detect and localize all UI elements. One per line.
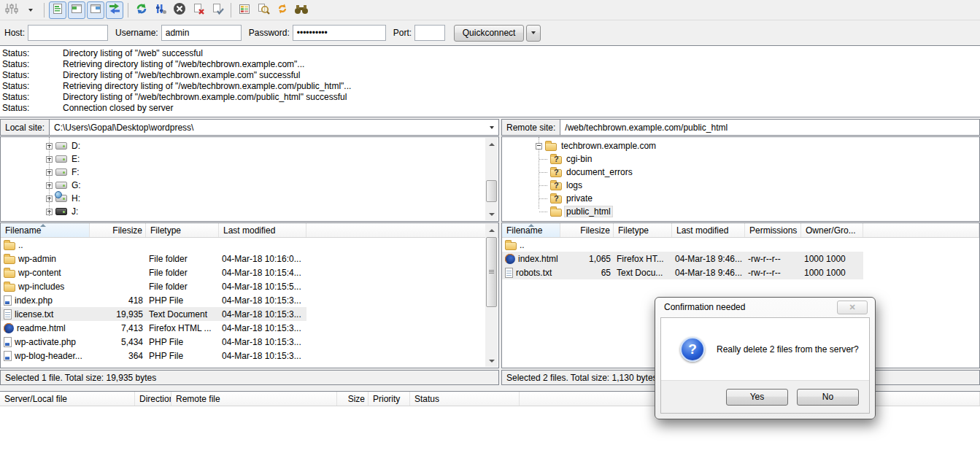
password-label: Password: xyxy=(249,28,290,38)
tree-connector xyxy=(539,172,547,173)
column-header-owner-group[interactable]: Owner/Gro... xyxy=(801,223,863,237)
tree-connector xyxy=(539,212,547,212)
synchronized-browsing-button[interactable] xyxy=(274,1,291,19)
scroll-up-arrow[interactable] xyxy=(485,224,498,236)
cancel-operation-button[interactable] xyxy=(171,1,188,19)
toggle-message-log-button[interactable] xyxy=(49,1,66,19)
folder-icon xyxy=(505,242,517,250)
column-header-remote-file[interactable]: Remote file xyxy=(171,392,337,406)
thumb-grip xyxy=(489,270,494,274)
directory-comparison-button[interactable] xyxy=(255,1,272,19)
tree-item-logs[interactable]: logs xyxy=(502,179,979,192)
chevron-down-icon xyxy=(28,9,33,12)
column-header-filename[interactable]: Filename xyxy=(1,223,90,237)
column-header-filename[interactable]: Filename xyxy=(502,223,560,237)
scrollbar-thumb[interactable] xyxy=(486,237,497,307)
toggle-local-tree-button[interactable] xyxy=(68,1,85,19)
remote-site-bar: Remote site: /web/techbrown.example.com/… xyxy=(501,119,980,136)
port-input[interactable] xyxy=(414,25,445,41)
password-input[interactable] xyxy=(293,25,386,41)
expand-icon[interactable] xyxy=(46,169,53,176)
tree-item-private[interactable]: private xyxy=(502,192,979,205)
username-input[interactable] xyxy=(161,25,242,41)
scroll-up-arrow[interactable] xyxy=(485,138,498,150)
column-header-size[interactable]: Size xyxy=(337,392,369,406)
scroll-down-arrow[interactable] xyxy=(485,355,498,367)
column-header-priority[interactable]: Priority xyxy=(369,392,410,406)
column-header-filetype[interactable]: Filetype xyxy=(614,223,672,237)
log-entry: Status:Retrieving directory listing of "… xyxy=(0,81,980,92)
expand-icon[interactable] xyxy=(46,195,53,202)
collapse-icon[interactable] xyxy=(536,143,542,150)
php-file-icon xyxy=(4,351,12,361)
toolbar-separator xyxy=(128,3,128,18)
expand-icon[interactable] xyxy=(46,156,53,163)
local-tree-scrollbar[interactable] xyxy=(485,138,498,220)
toggle-transfer-queue-button[interactable] xyxy=(106,1,123,19)
scrollbar-thumb[interactable] xyxy=(486,180,497,202)
unknown-folder-icon xyxy=(550,195,562,204)
file-row[interactable]: index.php 418 PHP File 04-Mar-18 10:15:3… xyxy=(1,293,306,307)
refresh-button[interactable] xyxy=(133,1,150,19)
tree-item-drive-g[interactable]: G: xyxy=(1,179,498,192)
dialog-message: Really delete 2 files from the server? xyxy=(717,344,859,355)
file-row[interactable]: wp-includes File folder 04-Mar-18 10:15:… xyxy=(1,279,306,293)
column-header-filesize[interactable]: Filesize xyxy=(560,223,614,237)
file-row[interactable]: readme.html 7,413 Firefox HTML ... 04-Ma… xyxy=(1,321,306,335)
directory-comparison-icon xyxy=(257,2,270,18)
dialog-close-button[interactable]: ✕ xyxy=(837,301,868,314)
file-row[interactable]: wp-content File folder 04-Mar-18 10:15:4… xyxy=(1,266,306,279)
file-row-parent-dir[interactable]: .. xyxy=(502,238,863,252)
tree-item-drive-j[interactable]: J: xyxy=(1,205,498,218)
no-button[interactable]: No xyxy=(797,389,859,406)
column-header-filesize[interactable]: Filesize xyxy=(90,223,146,237)
column-header-status[interactable]: Status xyxy=(410,392,520,406)
expand-icon[interactable] xyxy=(46,209,53,215)
column-header-server-local-file[interactable]: Server/Local file xyxy=(0,392,135,406)
scroll-down-arrow[interactable] xyxy=(485,208,498,220)
expand-icon[interactable] xyxy=(46,143,53,150)
local-site-combo[interactable]: C:\Users\Gopal\Desktop\wordpress\ xyxy=(50,120,498,135)
column-header-direction[interactable]: Direction xyxy=(135,392,171,406)
dialog-message-area: Really delete 2 files from the server? xyxy=(661,318,869,380)
file-row-parent-dir[interactable]: .. xyxy=(1,238,306,252)
file-row-selected[interactable]: robots.txt 65 Text Docu... 04-Mar-18 9:4… xyxy=(502,266,863,279)
site-manager-dropdown-button[interactable] xyxy=(22,1,39,19)
file-row-selected[interactable]: index.html 1,065 Firefox HT... 04-Mar-18… xyxy=(502,252,863,266)
yes-button[interactable]: Yes xyxy=(726,389,788,406)
expand-icon[interactable] xyxy=(46,182,53,189)
file-row-selected[interactable]: license.txt 19,935 Text Document 04-Mar-… xyxy=(1,307,306,321)
tree-item-drive-h[interactable]: H: xyxy=(1,192,498,205)
tree-item-document-errors[interactable]: document_errors xyxy=(502,166,979,179)
remote-selection-status: Selected 2 files. Total size: 1,130 byte… xyxy=(506,373,657,383)
file-row[interactable]: wp-admin File folder 04-Mar-18 10:16:0..… xyxy=(1,252,306,266)
quickconnect-dropdown-button[interactable] xyxy=(526,25,541,42)
tree-item-drive-e[interactable]: E: xyxy=(1,152,498,166)
process-queue-button[interactable] xyxy=(152,1,169,19)
disconnect-button[interactable] xyxy=(190,1,207,19)
site-manager-button[interactable] xyxy=(3,1,20,19)
tree-item-site-root[interactable]: techbrown.example.com xyxy=(502,139,979,152)
chevron-down-icon[interactable] xyxy=(490,126,494,129)
toggle-remote-tree-button[interactable] xyxy=(87,1,104,19)
file-row[interactable]: wp-blog-header... 364 PHP File 04-Mar-18… xyxy=(1,349,306,363)
remote-site-combo[interactable]: /web/techbrown.example.com/public_html xyxy=(560,120,979,135)
host-input[interactable] xyxy=(28,25,108,41)
column-header-permissions[interactable]: Permissions xyxy=(745,223,801,237)
tree-item-cgi-bin[interactable]: cgi-bin xyxy=(502,152,979,166)
find-files-button[interactable] xyxy=(293,1,310,19)
local-list-scrollbar[interactable] xyxy=(485,224,498,367)
host-label: Host: xyxy=(4,28,25,38)
quickconnect-button[interactable]: Quickconnect xyxy=(454,25,524,42)
filter-button[interactable] xyxy=(236,1,253,19)
column-header-last-modified[interactable]: Last modified xyxy=(672,223,745,237)
reconnect-button[interactable] xyxy=(209,1,226,19)
column-header-last-modified[interactable]: Last modified xyxy=(219,223,306,237)
column-header-filetype[interactable]: Filetype xyxy=(146,223,219,237)
tree-item-drive-f[interactable]: F: xyxy=(1,166,498,179)
tree-item-drive-d[interactable]: D: xyxy=(1,139,498,152)
file-row[interactable]: wp-activate.php 5,434 PHP File 04-Mar-18… xyxy=(1,335,306,349)
triangle-up-icon xyxy=(489,143,495,146)
tree-item-public-html[interactable]: public_html xyxy=(502,205,979,218)
local-tree-icon xyxy=(71,3,82,17)
